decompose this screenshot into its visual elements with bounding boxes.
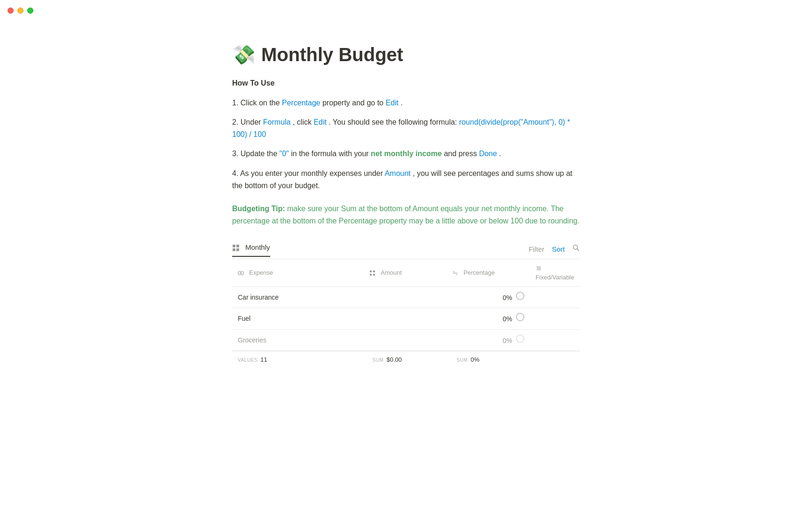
svg-rect-2 — [233, 248, 235, 251]
step-3-link-income[interactable]: net monthly income — [371, 150, 442, 158]
step-1-link-percentage[interactable]: Percentage — [282, 99, 320, 107]
expense-col-icon — [238, 270, 247, 276]
cell-percentage: 0% — [446, 286, 530, 308]
cell-amount[interactable] — [364, 286, 446, 308]
footer-expense: VALUES 11 — [238, 355, 372, 365]
cell-amount[interactable] — [364, 329, 446, 350]
database-container: Monthly Filter Sort — [232, 242, 580, 369]
step-number: 3. — [232, 150, 241, 158]
cell-fixed-variable[interactable] — [530, 308, 580, 329]
step-3-link-done[interactable]: Done — [479, 150, 497, 158]
step-1-text-2: property and go to — [322, 99, 385, 107]
step-2-link-edit[interactable]: Edit — [313, 118, 327, 126]
col-header-amount[interactable]: Amount — [364, 259, 446, 287]
cell-expense[interactable]: Fuel — [232, 308, 364, 329]
circle-select-icon[interactable] — [516, 292, 524, 300]
step-number: 4. — [232, 169, 240, 177]
instruction-1: 1. Click on the Percentage property and … — [232, 97, 580, 109]
titlebar — [0, 0, 812, 21]
footer-amount: SUM $0.00 — [372, 355, 456, 365]
step-1-link-edit[interactable]: Edit — [385, 99, 398, 107]
database-header: Monthly Filter Sort — [232, 242, 580, 259]
col-header-expense[interactable]: Expense — [232, 259, 364, 287]
circle-select-icon[interactable] — [516, 313, 524, 321]
step-3-link-zero[interactable]: "0" — [280, 150, 289, 158]
filter-button[interactable]: Filter — [529, 244, 544, 255]
footer-fixed-variable — [540, 355, 574, 365]
step-3-text-4: . — [499, 150, 501, 158]
page-title: Monthly Budget — [261, 40, 403, 70]
footer-expense-value: 11 — [260, 355, 267, 365]
database-footer: VALUES 11 SUM $0.00 SUM 0% — [232, 351, 580, 369]
col-header-fixed-variable[interactable]: Fixed/Variable — [530, 259, 580, 287]
instructions-list: 1. Click on the Percentage property and … — [232, 97, 580, 192]
database-actions: Filter Sort — [529, 244, 580, 255]
main-content: 💸 Monthly Budget How To Use 1. Click on … — [204, 21, 608, 406]
cell-percentage: 0% — [446, 308, 530, 329]
table-header-row: Expense Amount — [232, 259, 580, 287]
step-number: 1. — [232, 99, 241, 107]
svg-line-5 — [577, 249, 579, 251]
database-title[interactable]: Monthly — [232, 242, 270, 257]
cell-amount[interactable] — [364, 308, 446, 329]
circle-select-icon[interactable] — [516, 334, 524, 343]
percentage-col-icon — [452, 270, 461, 276]
svg-rect-1 — [236, 245, 239, 247]
step-3-text-3: and press — [444, 150, 479, 158]
database-table: Expense Amount — [232, 259, 580, 351]
svg-rect-3 — [236, 248, 239, 251]
close-button[interactable] — [8, 8, 14, 14]
step-2-link-formula[interactable]: Formula — [263, 118, 291, 126]
step-1-text-1: Click on the — [241, 99, 282, 107]
svg-rect-6 — [238, 271, 243, 275]
table-row[interactable]: Groceries 0% — [232, 329, 580, 350]
instruction-2: 2. Under Formula , click Edit . You shou… — [232, 116, 580, 140]
step-2-text-2: , click — [293, 118, 313, 126]
footer-expense-label: VALUES — [238, 357, 258, 364]
page-title-row: 💸 Monthly Budget — [232, 40, 580, 70]
cell-fixed-variable[interactable] — [530, 329, 580, 350]
step-3-text-1: Update the — [241, 150, 280, 158]
budgeting-tip-label: Budgeting Tip: — [232, 205, 285, 213]
step-4-link-amount[interactable]: Amount — [385, 169, 411, 177]
svg-point-7 — [240, 272, 242, 274]
cell-percentage: 0% — [446, 329, 530, 350]
cell-fixed-variable[interactable] — [530, 286, 580, 308]
footer-amount-label: SUM — [372, 357, 383, 364]
search-button[interactable] — [572, 244, 580, 255]
footer-amount-value: $0.00 — [386, 355, 402, 365]
col-label-fixed-variable: Fixed/Variable — [536, 274, 574, 281]
svg-rect-0 — [233, 245, 235, 247]
fixed-variable-col-icon — [536, 264, 543, 271]
maximize-button[interactable] — [27, 8, 33, 14]
budgeting-tip: Budgeting Tip: make sure your Sum at the… — [232, 203, 580, 227]
step-1-text-3: . — [400, 99, 402, 107]
table-row[interactable]: Car insurance 0% — [232, 286, 580, 308]
instruction-3: 3. Update the "0" in the formula with yo… — [232, 148, 580, 160]
page-emoji: 💸 — [232, 40, 256, 70]
amount-col-icon — [369, 270, 378, 276]
pct-value: 0% — [503, 315, 512, 323]
minimize-button[interactable] — [17, 8, 23, 14]
step-3-text-2: in the formula with your — [291, 150, 371, 158]
footer-pct-value: 0% — [470, 355, 479, 365]
svg-rect-10 — [370, 274, 372, 276]
svg-rect-11 — [373, 274, 375, 276]
instruction-4: 4. As you enter your monthly expenses un… — [232, 167, 580, 191]
database-title-text: Monthly — [245, 242, 270, 253]
table-row[interactable]: Fuel 0% — [232, 308, 580, 329]
footer-percentage: SUM 0% — [456, 355, 540, 365]
svg-rect-9 — [373, 270, 375, 272]
col-label-amount: Amount — [381, 269, 402, 276]
step-2-text-1: Under — [241, 118, 263, 126]
col-header-percentage[interactable]: Percentage — [446, 259, 530, 287]
sort-button[interactable]: Sort — [552, 244, 565, 255]
how-to-use-heading: How To Use — [232, 77, 580, 89]
svg-rect-8 — [370, 270, 372, 272]
cell-expense[interactable]: Car insurance — [232, 286, 364, 308]
database-icon — [232, 243, 242, 253]
pct-value: 0% — [503, 294, 512, 302]
step-2-text-3: . You should see the following formula: — [328, 118, 459, 126]
col-label-expense: Expense — [249, 269, 273, 276]
cell-expense[interactable]: Groceries — [232, 329, 364, 350]
